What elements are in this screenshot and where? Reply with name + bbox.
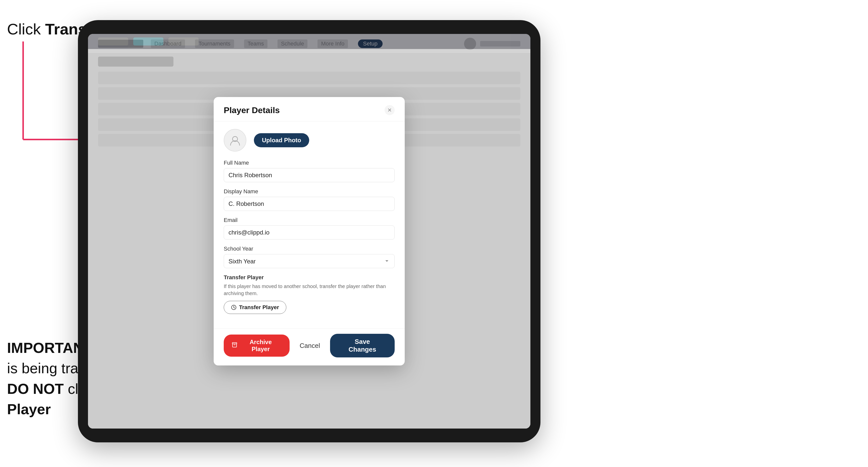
- tablet-screen: Dashboard Tournaments Teams Schedule Mor…: [88, 34, 530, 429]
- cancel-button[interactable]: Cancel: [294, 338, 325, 353]
- transfer-btn-label: Transfer Player: [239, 304, 279, 311]
- modal-close-button[interactable]: ×: [384, 105, 395, 115]
- transfer-player-label: Transfer Player: [224, 274, 395, 281]
- full-name-input[interactable]: [224, 168, 395, 182]
- modal-footer: Archive Player Cancel Save Changes: [214, 329, 405, 366]
- svg-rect-5: [232, 343, 237, 344]
- full-name-label: Full Name: [224, 160, 395, 166]
- display-name-input[interactable]: [224, 197, 395, 211]
- instruction-prefix: Click: [7, 20, 45, 38]
- transfer-icon: [231, 305, 237, 310]
- school-year-select[interactable]: First Year Second Year Third Year Fourth…: [224, 254, 395, 268]
- modal-header: Player Details ×: [214, 97, 405, 121]
- email-input[interactable]: [224, 225, 395, 240]
- archive-icon: [232, 342, 237, 349]
- modal-overlay: Player Details × Upload Photo: [88, 34, 530, 429]
- do-not-label: DO NOT: [7, 380, 64, 397]
- email-label: Email: [224, 217, 395, 223]
- display-name-group: Display Name: [224, 188, 395, 211]
- save-changes-button[interactable]: Save Changes: [330, 334, 395, 357]
- full-name-group: Full Name: [224, 160, 395, 182]
- school-year-label: School Year: [224, 246, 395, 252]
- tablet-device: Dashboard Tournaments Teams Schedule Mor…: [78, 20, 540, 442]
- display-name-label: Display Name: [224, 188, 395, 195]
- school-year-group: School Year First Year Second Year Third…: [224, 246, 395, 268]
- transfer-player-section: Transfer Player If this player has moved…: [224, 274, 395, 314]
- modal-title: Player Details: [224, 105, 280, 115]
- avatar: [224, 129, 246, 152]
- transfer-player-button[interactable]: Transfer Player: [224, 301, 286, 314]
- archive-btn-label: Archive Player: [240, 339, 282, 353]
- upload-photo-button[interactable]: Upload Photo: [254, 133, 309, 147]
- modal-body: Upload Photo Full Name Display Name: [214, 121, 405, 329]
- avatar-row: Upload Photo: [224, 129, 395, 152]
- email-group: Email: [224, 217, 395, 240]
- transfer-player-description: If this player has moved to another scho…: [224, 283, 395, 297]
- archive-player-button[interactable]: Archive Player: [224, 335, 289, 357]
- player-details-modal: Player Details × Upload Photo: [214, 97, 405, 366]
